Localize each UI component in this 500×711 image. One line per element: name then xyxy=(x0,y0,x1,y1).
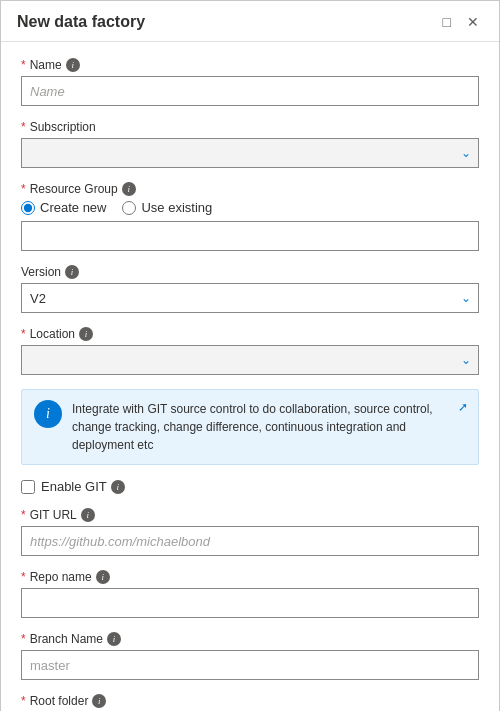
enable-git-info-icon[interactable]: i xyxy=(111,480,125,494)
use-existing-radio-option[interactable]: Use existing xyxy=(122,200,212,215)
location-info-icon[interactable]: i xyxy=(79,327,93,341)
git-url-field-group: * GIT URL i xyxy=(21,508,479,556)
subscription-field-group: * Subscription ⌄ xyxy=(21,120,479,168)
resource-group-label: * Resource Group i xyxy=(21,182,479,196)
header-icons: □ ✕ xyxy=(439,13,483,31)
subscription-select-wrapper: ⌄ xyxy=(21,138,479,168)
branch-name-info-icon[interactable]: i xyxy=(107,632,121,646)
branch-name-input[interactable] xyxy=(21,650,479,680)
version-info-icon[interactable]: i xyxy=(65,265,79,279)
enable-git-label[interactable]: Enable GIT i xyxy=(41,479,125,494)
create-new-radio-option[interactable]: Create new xyxy=(21,200,106,215)
name-info-icon[interactable]: i xyxy=(66,58,80,72)
rg-info-icon[interactable]: i xyxy=(122,182,136,196)
location-label: * Location i xyxy=(21,327,479,341)
git-url-required-star: * xyxy=(21,508,26,522)
info-banner-icon: i xyxy=(34,400,62,428)
git-url-input[interactable] xyxy=(21,526,479,556)
repo-name-input[interactable] xyxy=(21,588,479,618)
git-info-banner: i Integrate with GIT source control to d… xyxy=(21,389,479,465)
location-field-group: * Location i ⌄ xyxy=(21,327,479,375)
repo-name-required-star: * xyxy=(21,570,26,584)
repo-name-info-icon[interactable]: i xyxy=(96,570,110,584)
branch-name-label: * Branch Name i xyxy=(21,632,479,646)
info-banner-text: Integrate with GIT source control to do … xyxy=(72,400,466,454)
subscription-label: * Subscription xyxy=(21,120,479,134)
subscription-required-star: * xyxy=(21,120,26,134)
subscription-select[interactable] xyxy=(21,138,479,168)
create-new-label: Create new xyxy=(40,200,106,215)
name-input[interactable] xyxy=(21,76,479,106)
close-button[interactable]: ✕ xyxy=(463,13,483,31)
resource-group-field-group: * Resource Group i Create new Use existi… xyxy=(21,182,479,251)
version-select[interactable]: V2 V1 xyxy=(21,283,479,313)
enable-git-checkbox-group: Enable GIT i xyxy=(21,479,479,494)
location-required-star: * xyxy=(21,327,26,341)
name-label: * Name i xyxy=(21,58,479,72)
resource-group-radio-group: Create new Use existing xyxy=(21,200,479,215)
use-existing-label: Use existing xyxy=(141,200,212,215)
dialog-title: New data factory xyxy=(17,13,145,31)
git-url-label: * GIT URL i xyxy=(21,508,479,522)
root-folder-info-icon[interactable]: i xyxy=(92,694,106,708)
root-folder-label: * Root folder i xyxy=(21,694,479,708)
repo-name-label: * Repo name i xyxy=(21,570,479,584)
branch-name-required-star: * xyxy=(21,632,26,646)
git-url-info-icon[interactable]: i xyxy=(81,508,95,522)
info-banner-link-icon[interactable]: ➚ xyxy=(458,400,468,414)
repo-name-field-group: * Repo name i xyxy=(21,570,479,618)
new-data-factory-dialog: New data factory □ ✕ * Name i * Subscrip… xyxy=(0,0,500,711)
rg-required-star: * xyxy=(21,182,26,196)
use-existing-radio[interactable] xyxy=(122,201,136,215)
location-select[interactable] xyxy=(21,345,479,375)
version-field-group: Version i V2 V1 ⌄ xyxy=(21,265,479,313)
dialog-header: New data factory □ ✕ xyxy=(1,1,499,42)
branch-name-field-group: * Branch Name i xyxy=(21,632,479,680)
location-select-wrapper: ⌄ xyxy=(21,345,479,375)
root-folder-field-group: * Root folder i xyxy=(21,694,479,711)
name-field-group: * Name i xyxy=(21,58,479,106)
name-required-star: * xyxy=(21,58,26,72)
resource-group-input[interactable] xyxy=(21,221,479,251)
create-new-radio[interactable] xyxy=(21,201,35,215)
enable-git-checkbox[interactable] xyxy=(21,480,35,494)
version-label: Version i xyxy=(21,265,479,279)
dialog-body: * Name i * Subscription ⌄ * Resour xyxy=(1,42,499,711)
minimize-button[interactable]: □ xyxy=(439,13,455,31)
version-select-wrapper: V2 V1 ⌄ xyxy=(21,283,479,313)
root-folder-required-star: * xyxy=(21,694,26,708)
